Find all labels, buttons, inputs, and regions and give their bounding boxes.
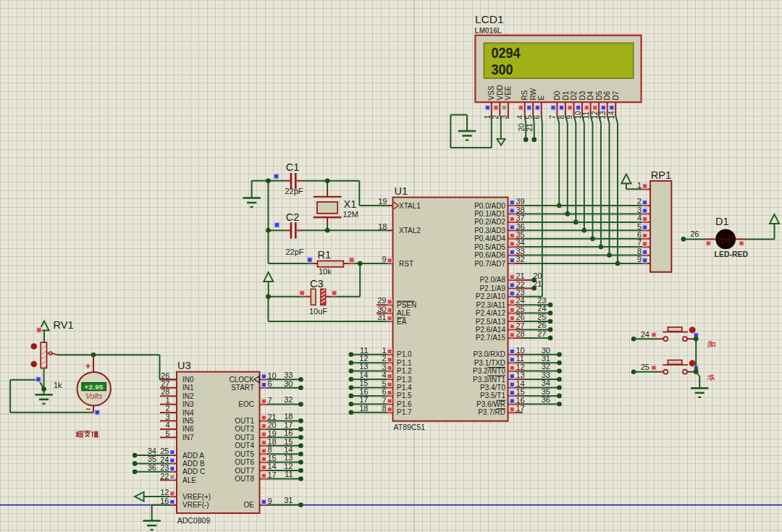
svg-text:RS: RS: [521, 90, 529, 100]
svg-text:P2.5/A13: P2.5/A13: [476, 318, 506, 326]
svg-text:12: 12: [591, 111, 599, 119]
svg-text:25: 25: [160, 447, 169, 455]
svg-text:26: 26: [516, 313, 525, 321]
svg-text:0294: 0294: [492, 44, 521, 62]
svg-text:P2.4/A12: P2.4/A12: [476, 309, 506, 317]
svg-text:C1: C1: [286, 161, 300, 173]
svg-text:P0.2/AD2: P0.2/AD2: [474, 218, 505, 226]
svg-text:30: 30: [377, 305, 386, 313]
svg-text:D0: D0: [553, 90, 561, 100]
svg-text:ADD A: ADD A: [182, 452, 204, 460]
svg-text:IN0: IN0: [182, 376, 194, 384]
svg-text:OUT1: OUT1: [235, 417, 254, 425]
svg-text:16: 16: [284, 428, 293, 437]
svg-text:21: 21: [268, 413, 277, 421]
svg-text:ALE: ALE: [397, 309, 411, 317]
svg-text:OE: OE: [244, 501, 255, 509]
svg-text:32: 32: [284, 395, 293, 404]
svg-text:P0.1/AD1: P0.1/AD1: [474, 210, 505, 218]
svg-text:−: −: [85, 404, 91, 414]
svg-text:8: 8: [268, 445, 272, 454]
svg-text:15: 15: [268, 454, 277, 463]
svg-text:4: 4: [637, 214, 642, 222]
svg-text:12: 12: [359, 354, 368, 363]
svg-text:10k: 10k: [319, 267, 332, 276]
svg-text:19: 19: [268, 429, 277, 438]
svg-text:4: 4: [382, 371, 386, 379]
svg-text:13: 13: [599, 111, 607, 119]
svg-text:35: 35: [148, 455, 156, 463]
svg-text:P1.5: P1.5: [397, 392, 412, 400]
svg-text:300: 300: [492, 60, 513, 77]
svg-text:R1: R1: [318, 249, 332, 261]
svg-text:EA: EA: [397, 318, 407, 326]
svg-text:23: 23: [160, 463, 169, 472]
svg-text:IN4: IN4: [182, 409, 194, 417]
svg-text:D5: D5: [595, 90, 603, 100]
svg-text:START: START: [231, 384, 254, 392]
svg-text:OUT5: OUT5: [235, 450, 254, 458]
svg-text:19: 19: [378, 197, 387, 206]
svg-text:36: 36: [148, 463, 156, 472]
svg-text:14: 14: [516, 379, 525, 388]
svg-text:P1.3: P1.3: [397, 376, 412, 384]
svg-text:OUT4: OUT4: [235, 442, 254, 449]
svg-text:6: 6: [533, 115, 541, 119]
svg-text:11: 11: [582, 111, 590, 119]
svg-text:18: 18: [268, 437, 277, 446]
svg-text:25: 25: [516, 305, 525, 313]
svg-text:VSS: VSS: [487, 85, 495, 100]
svg-text:21: 21: [533, 279, 542, 288]
svg-text:34: 34: [542, 379, 550, 387]
svg-text:3: 3: [637, 206, 642, 214]
svg-text:26: 26: [690, 229, 699, 238]
svg-text:24: 24: [160, 455, 169, 464]
svg-text:9: 9: [382, 255, 386, 263]
svg-text:P0.0/AD0: P0.0/AD0: [474, 202, 505, 210]
svg-text:P2.6/A14: P2.6/A14: [476, 326, 506, 334]
svg-text:OUT7: OUT7: [235, 467, 254, 475]
svg-text:P2.3/A11: P2.3/A11: [476, 301, 506, 309]
svg-text:20: 20: [518, 123, 526, 132]
svg-text:13: 13: [284, 453, 293, 462]
svg-text:LCD1: LCD1: [475, 13, 504, 25]
svg-text:23: 23: [537, 296, 546, 305]
svg-text:E: E: [537, 96, 545, 101]
svg-text:33: 33: [516, 247, 525, 256]
svg-text:24: 24: [537, 304, 546, 313]
svg-text:20: 20: [268, 421, 277, 429]
svg-text:P3.2/INT0: P3.2/INT0: [473, 367, 505, 375]
svg-text:OUT2: OUT2: [235, 425, 254, 433]
svg-text:28: 28: [516, 329, 525, 338]
svg-text:14: 14: [268, 462, 277, 470]
svg-text:17: 17: [268, 470, 277, 479]
svg-text:ADC0809: ADC0809: [177, 516, 211, 525]
svg-text:Volts: Volts: [85, 392, 103, 400]
svg-text:1: 1: [484, 115, 492, 119]
svg-text:VEE: VEE: [504, 85, 512, 100]
svg-text:IN6: IN6: [182, 425, 194, 433]
svg-text:32: 32: [542, 362, 550, 371]
svg-text:14: 14: [284, 445, 293, 454]
svg-text:10: 10: [574, 111, 582, 119]
svg-text:13: 13: [516, 371, 525, 379]
svg-text:6: 6: [637, 230, 642, 239]
svg-text:38: 38: [516, 206, 525, 214]
svg-text:12: 12: [284, 462, 293, 470]
svg-text:P0.5/AD5: P0.5/AD5: [474, 243, 505, 251]
svg-text:P3.4/T0: P3.4/T0: [480, 384, 505, 392]
svg-text:VDD: VDD: [496, 85, 504, 100]
svg-text:39: 39: [516, 197, 525, 206]
svg-text:3: 3: [382, 363, 386, 371]
svg-text:6: 6: [382, 387, 386, 396]
svg-text:2: 2: [492, 115, 500, 119]
svg-text:1: 1: [165, 396, 169, 405]
svg-text:6: 6: [268, 379, 272, 388]
svg-text:U3: U3: [177, 360, 191, 371]
svg-text:15: 15: [516, 387, 525, 396]
svg-text:P3.1/TXD: P3.1/TXD: [474, 359, 505, 367]
svg-text:24: 24: [641, 330, 649, 339]
svg-text:25: 25: [537, 313, 546, 321]
svg-text:RP1: RP1: [651, 169, 671, 181]
svg-text:30: 30: [542, 346, 550, 355]
